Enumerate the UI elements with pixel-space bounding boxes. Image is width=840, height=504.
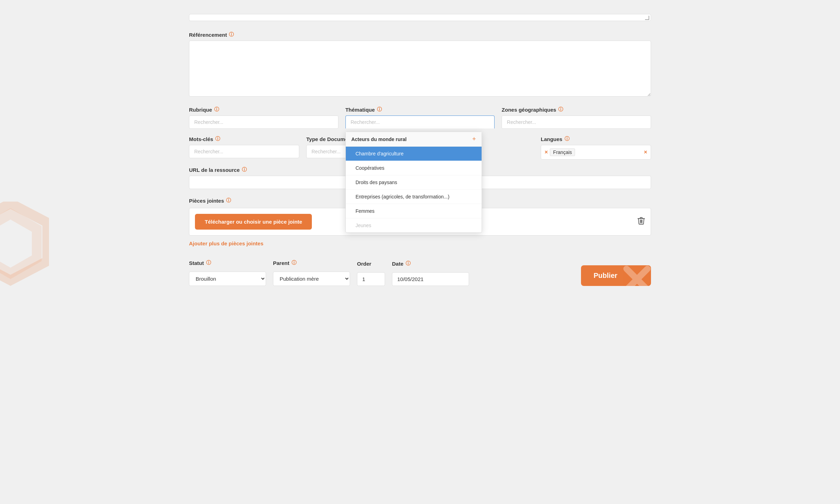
dropdown-item-1[interactable]: Coopératives <box>346 161 482 175</box>
order-label-text: Order <box>357 261 371 267</box>
rubrique-label: Rubrique ⓘ <box>189 106 338 113</box>
statut-select[interactable]: Brouillon Publié Archivé <box>189 272 266 286</box>
rubrique-info-icon[interactable]: ⓘ <box>214 106 219 113</box>
zones-label-text: Zones géographiques <box>502 107 556 113</box>
dropdown-item-label-5: Jeunes <box>356 223 371 228</box>
url-label-text: URL de la ressource <box>189 167 240 173</box>
dropdown-item-2[interactable]: Droits des paysans <box>346 175 482 190</box>
parent-label-text: Parent <box>273 260 289 266</box>
referencement-info-icon[interactable]: ⓘ <box>229 31 234 38</box>
zones-label: Zones géographiques ⓘ <box>502 106 651 113</box>
add-more-pieces-text: Ajouter plus de pièces jointes <box>189 240 264 246</box>
order-input[interactable] <box>357 272 385 286</box>
rubrique-label-text: Rubrique <box>189 107 212 113</box>
parent-select[interactable]: Publication mère Aucun <box>273 272 350 286</box>
resize-handle[interactable] <box>645 16 649 20</box>
thematique-info-icon[interactable]: ⓘ <box>377 106 382 113</box>
order-label: Order <box>357 261 385 267</box>
publish-button-label: Publier <box>594 272 617 280</box>
date-field: Date ⓘ <box>392 260 469 286</box>
top-resize-area <box>189 14 651 21</box>
dropdown-item-label-0: Chambre d'agriculture <box>356 151 404 156</box>
upload-button-label: Télécharger ou choisir une pièce jointe <box>205 219 302 225</box>
thematique-input[interactable] <box>345 115 495 128</box>
langues-tag-container[interactable]: × Français × <box>541 145 651 160</box>
dropdown-expand-icon[interactable]: + <box>472 135 476 143</box>
langues-tag-remove-left[interactable]: × <box>545 149 548 155</box>
dropdown-item-label-2: Droits des paysans <box>356 180 397 185</box>
parent-field: Parent ⓘ Publication mère Aucun <box>273 260 350 286</box>
rubrique-input[interactable] <box>189 115 338 129</box>
upload-button[interactable]: Télécharger ou choisir une pièce jointe <box>195 214 312 230</box>
zones-info-icon[interactable]: ⓘ <box>558 106 563 113</box>
langues-info-icon[interactable]: ⓘ <box>565 136 569 142</box>
referencement-section: Référencement ⓘ <box>189 31 651 106</box>
dropdown-group-label: Acteurs du monde rural <box>351 136 407 142</box>
mots-cles-info-icon[interactable]: ⓘ <box>215 136 220 142</box>
langues-label-text: Langues <box>541 136 562 142</box>
statut-field: Statut ⓘ Brouillon Publié Archivé <box>189 260 266 286</box>
date-info-icon[interactable]: ⓘ <box>406 260 411 267</box>
statut-label: Statut ⓘ <box>189 260 266 266</box>
date-label-text: Date <box>392 261 404 267</box>
pieces-jointes-info-icon[interactable]: ⓘ <box>226 197 231 204</box>
langues-section: Langues ⓘ × Français × <box>541 136 651 160</box>
add-more-pieces-link[interactable]: Ajouter plus de pièces jointes <box>189 240 264 246</box>
dropdown-item-3[interactable]: Entreprises (agricoles, de transformatio… <box>346 190 482 204</box>
dropdown-item-0[interactable]: Chambre d'agriculture <box>346 147 482 161</box>
langues-tag: Français <box>550 148 575 156</box>
thematique-label-text: Thématique <box>345 107 375 113</box>
rubrique-section: Rubrique ⓘ <box>189 106 338 129</box>
dropdown-item-label-1: Coopératives <box>356 165 385 171</box>
svg-marker-0 <box>0 203 47 280</box>
delete-piece-button[interactable] <box>637 217 645 227</box>
dropdown-item-4[interactable]: Femmes <box>346 204 482 218</box>
url-info-icon[interactable]: ⓘ <box>242 167 247 173</box>
date-label: Date ⓘ <box>392 260 469 267</box>
pieces-jointes-label-text: Pièces jointes <box>189 198 224 204</box>
langues-label: Langues ⓘ <box>541 136 651 142</box>
referencement-textarea[interactable] <box>189 41 651 97</box>
svg-marker-1 <box>0 214 37 273</box>
dropdown-item-label-4: Femmes <box>356 208 374 214</box>
dropdown-group-header: Acteurs du monde rural + <box>346 132 482 147</box>
trash-icon <box>637 217 645 225</box>
zones-input[interactable] <box>502 115 651 129</box>
bottom-bar: Statut ⓘ Brouillon Publié Archivé Parent… <box>189 256 651 286</box>
langues-tag-remove-right[interactable]: × <box>644 149 647 155</box>
thematique-label: Thématique ⓘ <box>345 106 495 113</box>
statut-info-icon[interactable]: ⓘ <box>206 260 211 266</box>
zones-section: Zones géographiques ⓘ <box>502 106 651 129</box>
publish-button[interactable]: Publier <box>581 265 651 286</box>
statut-label-text: Statut <box>189 260 204 266</box>
thematique-section: Thématique ⓘ Acteurs du monde rural + Ch… <box>345 106 495 129</box>
order-field: Order <box>357 261 385 286</box>
parent-label: Parent ⓘ <box>273 260 350 266</box>
thematique-dropdown: Acteurs du monde rural + Chambre d'agric… <box>345 132 482 233</box>
publish-btn-decoration <box>623 265 651 286</box>
referencement-label-text: Référencement <box>189 32 227 38</box>
langues-tag-text: Français <box>553 149 572 155</box>
mots-cles-section: Mots-clés ⓘ <box>189 136 299 160</box>
referencement-label: Référencement ⓘ <box>189 31 651 38</box>
mots-cles-label: Mots-clés ⓘ <box>189 136 299 142</box>
dropdown-item-5[interactable]: Jeunes <box>346 218 482 232</box>
mots-cles-input[interactable] <box>189 145 299 158</box>
dropdown-item-label-3: Entreprises (agricoles, de transformatio… <box>356 194 449 200</box>
row-rubrique-thematique-zones: Rubrique ⓘ Thématique ⓘ Acteurs du monde… <box>189 106 651 129</box>
parent-info-icon[interactable]: ⓘ <box>292 260 296 266</box>
date-input[interactable] <box>392 272 469 286</box>
mots-cles-label-text: Mots-clés <box>189 136 213 142</box>
